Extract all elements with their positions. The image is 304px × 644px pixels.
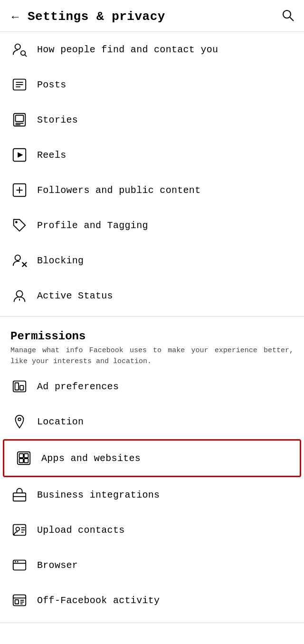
search-button[interactable]	[281, 9, 294, 25]
svg-rect-46	[15, 600, 19, 604]
off-facebook-label: Off-Facebook activity	[37, 595, 160, 606]
sidebar-item-reels[interactable]: Reels	[0, 137, 304, 173]
business-integrations-label: Business integrations	[37, 490, 160, 500]
sidebar-item-profile-tagging[interactable]: Profile and Tagging	[0, 208, 304, 243]
active-status-icon	[10, 287, 28, 305]
ad-preferences-label: Ad preferences	[37, 381, 119, 392]
back-button[interactable]: ←	[10, 10, 21, 23]
svg-rect-30	[24, 454, 28, 458]
contacts-icon	[10, 521, 28, 539]
svg-point-36	[16, 527, 19, 531]
search-icon	[281, 9, 294, 22]
svg-line-1	[290, 18, 294, 21]
ad-prefs-icon	[10, 377, 28, 395]
sidebar-item-browser[interactable]: Browser	[0, 548, 304, 583]
business-icon	[10, 486, 28, 504]
header-left: ← Settings & privacy	[10, 10, 165, 24]
location-icon	[10, 413, 28, 431]
header: ← Settings & privacy	[0, 0, 304, 32]
sidebar-item-blocking[interactable]: Blocking	[0, 243, 304, 278]
stories-label: Stories	[37, 115, 78, 125]
page-title: Settings & privacy	[28, 10, 165, 24]
tag-icon	[10, 216, 28, 234]
sidebar-item-find-contact[interactable]: How people find and contact you	[0, 32, 304, 67]
svg-point-22	[16, 291, 22, 297]
main-menu: How people find and contact you Posts St…	[0, 32, 304, 313]
sidebar-item-active-status[interactable]: Active Status	[0, 278, 304, 313]
sidebar-item-upload-contacts[interactable]: Upload contacts	[0, 512, 304, 548]
stories-icon	[10, 111, 28, 129]
followers-icon	[10, 181, 28, 199]
permissions-menu: Ad preferences Location Apps and website…	[0, 369, 304, 618]
sidebar-item-ad-preferences[interactable]: Ad preferences	[0, 369, 304, 404]
svg-point-43	[17, 561, 19, 563]
sidebar-item-location[interactable]: Location	[0, 404, 304, 439]
apps-websites-label: Apps and websites	[41, 453, 141, 464]
svg-rect-10	[16, 115, 24, 122]
sidebar-item-apps-websites[interactable]: Apps and websites	[3, 439, 301, 477]
active-status-label: Active Status	[37, 290, 113, 301]
find-contact-label: How people find and contact you	[37, 44, 218, 55]
reels-label: Reels	[37, 150, 66, 161]
permissions-title: Permissions	[10, 330, 294, 343]
posts-icon	[10, 76, 28, 94]
svg-point-2	[15, 44, 20, 49]
svg-rect-29	[19, 454, 24, 458]
sidebar-item-stories[interactable]: Stories	[0, 102, 304, 137]
svg-marker-14	[18, 152, 23, 157]
blocking-icon	[10, 251, 28, 269]
posts-label: Posts	[37, 79, 66, 90]
svg-point-27	[18, 418, 21, 421]
browser-label: Browser	[37, 560, 78, 571]
bottom-divider	[0, 623, 304, 623]
svg-rect-25	[15, 383, 19, 390]
sidebar-item-off-facebook[interactable]: Off-Facebook activity	[0, 583, 304, 618]
svg-line-4	[25, 55, 27, 57]
person-search-icon	[10, 40, 28, 58]
svg-point-19	[15, 255, 20, 260]
apps-websites-icon	[15, 449, 33, 467]
svg-point-42	[15, 561, 16, 563]
followers-label: Followers and public content	[37, 185, 200, 196]
off-facebook-icon	[10, 591, 28, 609]
svg-point-18	[15, 221, 18, 223]
svg-rect-32	[24, 459, 28, 463]
location-label: Location	[37, 416, 84, 427]
permissions-desc: Manage what info Facebook uses to make y…	[10, 346, 294, 367]
profile-tagging-label: Profile and Tagging	[37, 220, 148, 231]
sidebar-item-posts[interactable]: Posts	[0, 67, 304, 102]
blocking-label: Blocking	[37, 255, 84, 266]
svg-point-3	[21, 51, 25, 55]
section-divider	[0, 316, 304, 317]
sidebar-item-business-integrations[interactable]: Business integrations	[0, 477, 304, 512]
browser-icon	[10, 556, 28, 574]
permissions-section-header: Permissions Manage what info Facebook us…	[0, 319, 304, 369]
upload-contacts-label: Upload contacts	[37, 525, 125, 536]
svg-point-0	[283, 10, 291, 18]
svg-rect-31	[19, 459, 24, 463]
sidebar-item-followers[interactable]: Followers and public content	[0, 173, 304, 208]
svg-rect-26	[20, 385, 24, 390]
reels-icon	[10, 146, 28, 164]
